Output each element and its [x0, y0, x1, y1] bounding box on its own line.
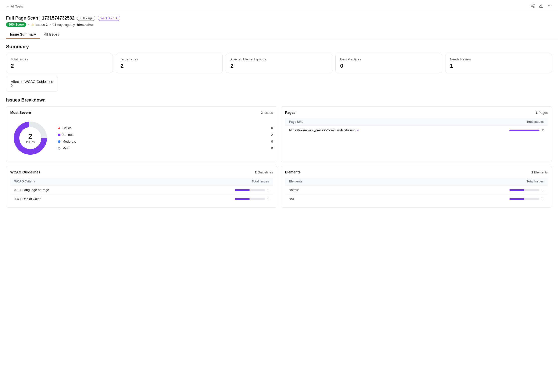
element-label-2: <a> — [289, 197, 295, 201]
element-issues-2: 1 — [542, 197, 544, 201]
full-page-badge: Full Page — [77, 16, 95, 21]
page-url-link[interactable]: https://example.cypress.io/commands/alia… — [289, 128, 359, 132]
pages-table-header: Page URL Total Issues — [285, 118, 548, 126]
back-button[interactable]: ← All Tests — [6, 5, 23, 8]
warning-icon: ⚠ — [31, 23, 34, 27]
author-name: himanshur — [77, 23, 94, 27]
legend-moderate-count: 0 — [271, 140, 273, 143]
top-bar: ← All Tests — [0, 0, 558, 12]
share-button[interactable] — [530, 4, 535, 9]
wcag-table-header: WCAG Criteria Total Issues — [10, 178, 273, 185]
wcag-issues-2: 1 — [267, 197, 269, 201]
card-label-practices: Best Practices — [340, 57, 437, 61]
summary-cards-row2: Affected WCAG Guidelines 2 — [6, 76, 552, 91]
card-value-total: 2 — [11, 63, 108, 69]
wcag-label-1: 3.1.1 Language of Page — [14, 188, 49, 192]
svg-point-8 — [551, 6, 551, 6]
card-label-groups: Affected Element groups — [230, 57, 328, 61]
title-row: Full Page Scan | 1731574732532 Full Page… — [6, 16, 552, 21]
element-row-2: <a> 1 — [285, 194, 548, 203]
card-label-types: Issue Types — [121, 57, 218, 61]
meta-row: 96% Score • ⚠ Issues 2 • 21 days ago by … — [6, 22, 552, 27]
wcag-badge: WCAG 2.1 A — [98, 16, 120, 21]
elements-card-header: Elements 2 Elements — [285, 170, 548, 174]
element-progress-1 — [509, 189, 539, 191]
pages-header: Pages 1 Pages — [285, 111, 548, 115]
card-affected-groups: Affected Element groups 2 — [226, 54, 332, 73]
card-value-groups: 2 — [230, 63, 328, 69]
donut-chart: 2 Issues — [10, 118, 50, 158]
donut-lbl: Issues — [26, 140, 35, 144]
most-severe-card: Most Severe 2 Issues — [6, 106, 277, 162]
tab-issue-summary[interactable]: Issue Summary — [6, 30, 40, 39]
card-value-types: 2 — [121, 63, 218, 69]
more-icon — [547, 4, 552, 9]
tabs-bar: Issue Summary All Issues — [0, 30, 558, 39]
page-url-text: https://example.cypress.io/commands/alia… — [289, 128, 355, 132]
severity-legend: Critical 0 Serious 2 M — [58, 125, 273, 152]
top-actions — [530, 4, 552, 9]
page-progress-fill — [509, 130, 539, 131]
svg-line-3 — [532, 6, 533, 7]
legend-critical-label: Critical — [62, 126, 72, 130]
pages-count: 1 Pages — [536, 111, 548, 115]
download-button[interactable] — [539, 4, 543, 9]
back-arrow-icon: ← — [6, 5, 9, 8]
card-label-review: Needs Review — [450, 57, 547, 61]
minor-icon — [58, 147, 60, 150]
wcag-card: WCAG Guidelines 2 Guidelines WCAG Criter… — [6, 166, 277, 208]
element-bar-2: 1 — [509, 197, 544, 201]
legend-minor-label: Minor — [62, 146, 71, 150]
col-wcag-issues: Total Issues — [252, 180, 269, 183]
wcag-progress-2 — [235, 198, 265, 200]
card-wcag-guidelines: Affected WCAG Guidelines 2 — [6, 76, 58, 91]
legend-serious: Serious 2 — [58, 131, 273, 138]
serious-icon — [58, 134, 60, 136]
element-progress-2 — [509, 198, 539, 200]
wcag-card-header: WCAG Guidelines 2 Guidelines — [10, 170, 273, 174]
page-title: Full Page Scan | 1731574732532 — [6, 16, 74, 21]
card-needs-review: Needs Review 1 — [445, 54, 552, 73]
guidelines-elements-grid: WCAG Guidelines 2 Guidelines WCAG Criter… — [6, 166, 552, 208]
dot-separator: • — [28, 23, 30, 27]
more-options-button[interactable] — [547, 4, 552, 9]
page-issues-count: 2 — [542, 128, 544, 132]
wcag-card-title: WCAG Guidelines — [10, 170, 40, 174]
element-label-1: <html> — [289, 188, 299, 192]
wcag-issues-1: 1 — [267, 188, 269, 192]
tab-all-issues[interactable]: All Issues — [40, 30, 63, 39]
legend-serious-label: Serious — [62, 133, 73, 137]
elements-card: Elements 2 Elements Elements Total Issue… — [281, 166, 552, 208]
card-label-total: Total Issues — [11, 57, 108, 61]
card-label-wcag: Affected WCAG Guidelines — [11, 80, 53, 84]
card-value-wcag: 2 — [11, 84, 53, 88]
wcag-progress-1 — [235, 189, 265, 191]
legend-minor-count: 0 — [271, 146, 273, 150]
svg-point-6 — [548, 6, 549, 6]
download-icon — [539, 4, 543, 9]
col-wcag-criteria: WCAG Criteria — [14, 180, 35, 183]
legend-moderate: Moderate 0 — [58, 138, 273, 145]
breakdown-grid-top: Most Severe 2 Issues — [6, 106, 552, 162]
back-label: All Tests — [11, 5, 23, 8]
legend-serious-count: 2 — [271, 133, 273, 137]
element-issues-1: 1 — [542, 188, 544, 192]
pages-title: Pages — [285, 111, 295, 115]
wcag-label-2: 1.4.1 Use of Color — [14, 197, 41, 201]
legend-moderate-label: Moderate — [62, 140, 76, 143]
moderate-icon — [58, 140, 60, 143]
elements-card-title: Elements — [285, 170, 301, 174]
card-issue-types: Issue Types 2 — [116, 54, 223, 73]
card-value-practices: 0 — [340, 63, 437, 69]
most-severe-title: Most Severe — [10, 111, 31, 115]
svg-point-1 — [531, 5, 532, 7]
elements-card-count: 2 Elements — [531, 170, 548, 174]
issues-label: Issues — [35, 23, 45, 27]
critical-icon — [58, 127, 60, 129]
col-elements: Elements — [289, 180, 302, 183]
donut-center: 2 Issues — [26, 132, 35, 144]
col-page-url: Page URL — [289, 120, 303, 124]
external-link-icon: ↗ — [356, 129, 359, 132]
issues-count: 2 — [46, 23, 48, 27]
svg-point-2 — [533, 7, 534, 8]
